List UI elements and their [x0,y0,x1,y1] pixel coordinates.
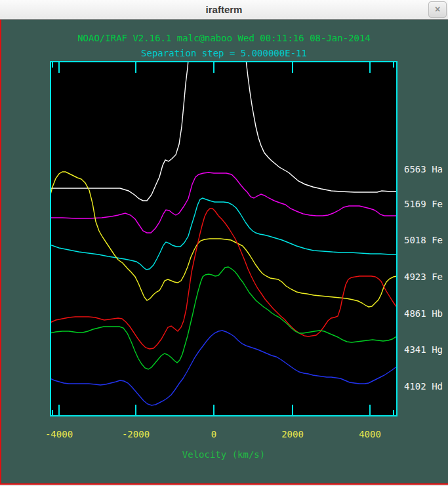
line-label-4341-hg: 4341 Hg [404,344,443,356]
close-button[interactable]: × [428,1,447,18]
x-tick-label--2000: -2000 [122,429,150,439]
line-label-4861-hb: 4861 Hb [404,308,443,320]
line-label-6563-ha: 6563 Ha [404,164,443,176]
curve-fe-5169 [51,172,396,233]
window-title: irafterm [0,0,448,19]
line-label-4923-fe: 4923 Fe [404,272,443,283]
x-tick-label-0: 0 [211,429,216,439]
irafterm-window: irafterm × NOAO/IRAF V2.16.1 malc@naboo … [0,0,448,486]
curve-hg-4341 [51,267,396,369]
curve-hd-4102 [51,331,396,405]
x-axis-title: Velocity (km/s) [51,449,396,460]
line-label-5169-fe: 5169 Fe [404,199,443,211]
close-icon: × [435,4,440,14]
spectra-chart [51,62,396,415]
line-label-5018-fe: 5018 Fe [404,235,443,247]
plot-area [50,61,397,416]
iraf-banner-text: NOAO/IRAF V2.16.1 malc@naboo Wed 00:11:1… [0,33,448,43]
curve-fe-5018 [51,198,396,270]
titlebar[interactable]: irafterm × [0,0,448,20]
x-tick-label--4000: -4000 [45,429,73,439]
curve-ha-6563 [51,62,396,201]
separation-step-text: Separation step = 5.000000E-11 [0,48,448,58]
x-tick-label-4000: 4000 [359,429,381,439]
x-tick-label-2000: 2000 [281,429,304,439]
curve-hb-4861 [51,209,396,349]
line-label-4102-hd: 4102 Hd [404,381,443,393]
